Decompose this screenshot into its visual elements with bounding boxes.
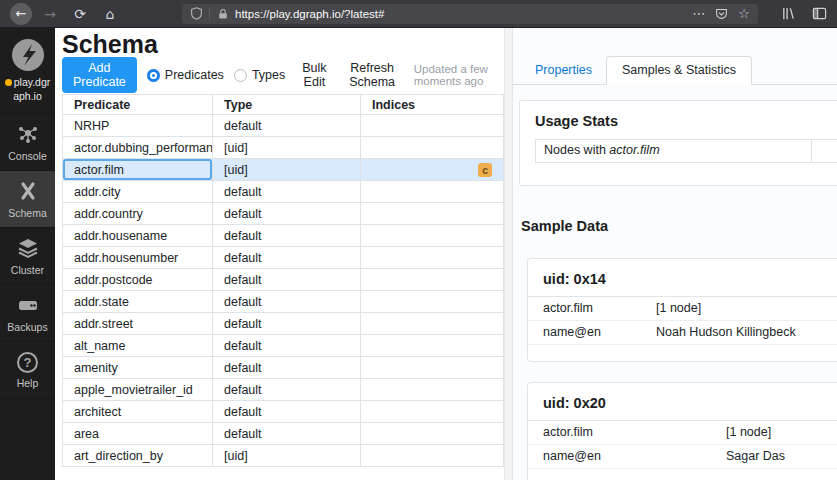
table-row[interactable]: amenitydefault	[63, 357, 504, 379]
indices-cell	[361, 203, 504, 225]
predicate-cell: alt_name	[63, 335, 213, 357]
url-text: https://play.dgraph.io/?latest#	[235, 8, 682, 20]
details-pane: Properties Samples & Statistics Usage St…	[513, 28, 837, 480]
table-row[interactable]: addr.statedefault	[63, 291, 504, 313]
predicates-radio[interactable]: Predicates	[147, 68, 224, 82]
indices-cell	[361, 269, 504, 291]
type-cell: [uid]	[213, 137, 361, 159]
type-cell: [uid]	[213, 445, 361, 467]
column-header-type: Type	[213, 95, 361, 115]
layers-icon	[16, 236, 40, 260]
type-cell: default	[213, 357, 361, 379]
type-cell: default	[213, 401, 361, 423]
predicate-cell: area	[63, 423, 213, 445]
table-row[interactable]: addr.streetdefault	[63, 313, 504, 335]
count-directive-badge: c	[478, 163, 492, 177]
forward-button[interactable]: →	[40, 4, 60, 24]
details-tabbar: Properties Samples & Statistics	[513, 58, 837, 85]
pocket-icon[interactable]	[715, 7, 728, 20]
home-button[interactable]: ⌂	[100, 4, 120, 24]
lock-icon[interactable]	[217, 8, 229, 20]
usage-stat-value	[812, 140, 837, 162]
predicate-cell: addr.city	[63, 181, 213, 203]
sidebar-item-help[interactable]: ? Help	[0, 342, 55, 399]
table-row[interactable]: art_direction_by[uid]	[63, 445, 504, 467]
types-radio[interactable]: Types	[234, 68, 285, 82]
table-header-row: Predicate Type Indices	[63, 95, 504, 115]
sample-row: actor.film [1 node]	[528, 421, 837, 445]
column-header-predicate: Predicate	[63, 95, 213, 115]
indices-cell	[361, 181, 504, 203]
indices-cell	[361, 291, 504, 313]
sidebar-item-brand[interactable]: play.dgraph.io	[0, 28, 55, 114]
table-row-selected[interactable]: actor.film[uid]c	[63, 159, 504, 181]
sample-key: actor.film	[528, 424, 726, 441]
url-bar[interactable]: https://play.dgraph.io/?latest# ⋯ ☆	[182, 4, 758, 24]
predicate-cell: addr.street	[63, 313, 213, 335]
sidebar-item-console[interactable]: Console	[0, 114, 55, 171]
sidebar-item-cluster[interactable]: Cluster	[0, 228, 55, 285]
pencils-icon	[16, 179, 40, 203]
sidebar-item-label: Cluster	[11, 264, 44, 276]
type-cell: default	[213, 335, 361, 357]
connection-status-dot	[5, 79, 12, 86]
table-row[interactable]: NRHPdefault	[63, 115, 504, 137]
table-row[interactable]: addr.citydefault	[63, 181, 504, 203]
sidebar-item-backups[interactable]: Backups	[0, 285, 55, 342]
predicate-cell: addr.country	[63, 203, 213, 225]
indices-cell	[361, 379, 504, 401]
back-button[interactable]: ←	[10, 3, 32, 25]
usage-stats-title: Usage Stats	[535, 113, 837, 129]
predicates-radio-label: Predicates	[165, 68, 224, 82]
table-row[interactable]: addr.countrydefault	[63, 203, 504, 225]
table-row[interactable]: addr.housenamedefault	[63, 225, 504, 247]
table-row[interactable]: actor.dubbing_performances[uid]	[63, 137, 504, 159]
library-icon[interactable]	[781, 6, 796, 21]
table-row[interactable]: alt_namedefault	[63, 335, 504, 357]
tracking-shield-icon[interactable]	[190, 7, 203, 20]
sidebar-item-label: Backups	[7, 321, 47, 333]
bookmark-star-icon[interactable]: ☆	[738, 7, 750, 20]
tab-samples-statistics[interactable]: Samples & Statistics	[606, 56, 752, 85]
reload-button[interactable]: ⟳	[70, 4, 90, 24]
type-cell: default	[213, 225, 361, 247]
predicate-name-italic: actor.film	[609, 143, 659, 157]
schema-toolbar: Add Predicate Predicates Types Bulk Edit…	[62, 64, 504, 86]
drive-icon	[16, 293, 40, 317]
sidebar-item-label: Schema	[8, 207, 47, 219]
type-cell: default	[213, 181, 361, 203]
predicate-cell: art_direction_by	[63, 445, 213, 467]
table-row[interactable]: addr.postcodedefault	[63, 269, 504, 291]
vertical-scrollbar[interactable]	[504, 28, 513, 480]
tab-properties[interactable]: Properties	[521, 57, 606, 84]
table-row[interactable]: architectdefault	[63, 401, 504, 423]
predicate-cell: amenity	[63, 357, 213, 379]
column-header-indices: Indices	[361, 95, 504, 115]
sample-value: [1 node]	[656, 300, 837, 317]
predicate-cell: actor.dubbing_performances	[63, 137, 213, 159]
table-row[interactable]: areadefault	[63, 423, 504, 445]
refresh-schema-button[interactable]: Refresh Schema	[344, 61, 401, 89]
sample-node-body: actor.film [1 node] name@en Noah Hudson …	[528, 297, 837, 361]
sample-value: Noah Hudson Killingbeck	[656, 324, 837, 341]
sidebar-item-schema[interactable]: Schema	[0, 171, 55, 228]
sample-node-uid: uid: 0x14	[528, 259, 837, 297]
bulk-edit-button[interactable]: Bulk Edit	[299, 61, 329, 89]
indices-cell	[361, 335, 504, 357]
table-row[interactable]: apple_movietrailer_iddefault	[63, 379, 504, 401]
sample-key: name@en	[528, 324, 656, 341]
sample-node-body: actor.film [1 node] name@en Sagar Das	[528, 421, 837, 480]
page-title: Schema	[62, 30, 504, 58]
type-cell: default	[213, 115, 361, 137]
table-row[interactable]: addr.housenumberdefault	[63, 247, 504, 269]
add-predicate-button[interactable]: Add Predicate	[62, 57, 137, 93]
predicate-cell: addr.housenumber	[63, 247, 213, 269]
type-cell: default	[213, 203, 361, 225]
sidebar-toggle-icon[interactable]	[812, 6, 827, 21]
usage-stat-label: Nodes with actor.film	[536, 140, 812, 162]
sample-row: name@en Sagar Das	[528, 445, 837, 469]
predicate-cell: NRHP	[63, 115, 213, 137]
page-actions-icon[interactable]: ⋯	[692, 7, 705, 20]
sample-value: [1 node]	[726, 424, 837, 441]
type-cell: default	[213, 379, 361, 401]
